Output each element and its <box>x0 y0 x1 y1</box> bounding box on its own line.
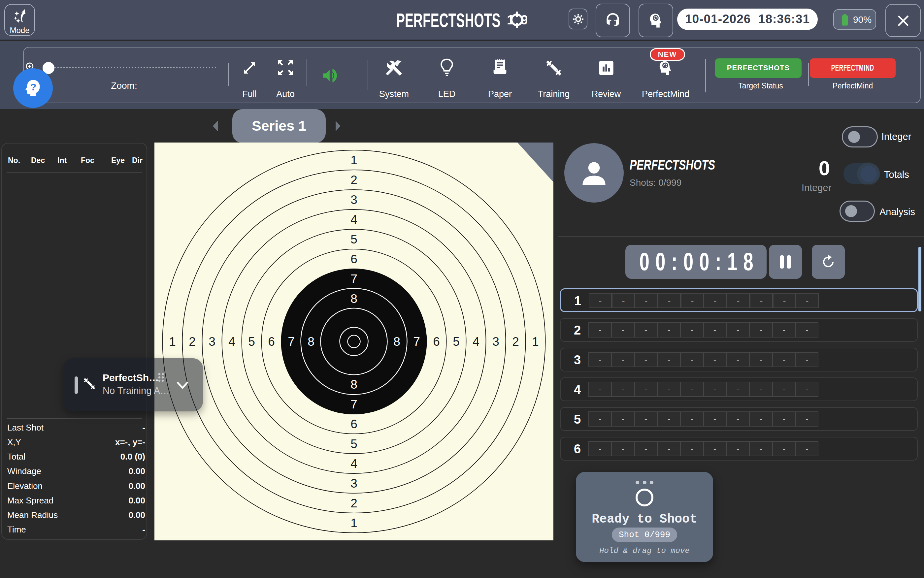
svg-text:4: 4 <box>351 457 357 471</box>
svg-text:7: 7 <box>288 335 295 348</box>
svg-text:3: 3 <box>492 335 499 348</box>
svg-text:9: 9 <box>521 13 527 27</box>
svg-text:1: 1 <box>351 153 357 167</box>
svg-text:6: 6 <box>433 335 440 348</box>
svg-text:5: 5 <box>351 437 357 451</box>
svg-text:2: 2 <box>351 497 357 510</box>
svg-text:3: 3 <box>351 477 357 490</box>
svg-text:4: 4 <box>351 213 357 226</box>
svg-text:3: 3 <box>209 335 216 348</box>
svg-text:8: 8 <box>351 292 357 305</box>
svg-text:8: 8 <box>393 335 400 348</box>
svg-text:6: 6 <box>268 335 275 348</box>
svg-text:4: 4 <box>228 335 235 348</box>
svg-text:4: 4 <box>473 335 479 348</box>
svg-text:2: 2 <box>512 335 519 348</box>
svg-text:8: 8 <box>351 378 357 391</box>
svg-text:5: 5 <box>351 232 357 246</box>
svg-text:7: 7 <box>351 398 357 411</box>
svg-text:5: 5 <box>248 335 255 348</box>
svg-text:3: 3 <box>351 193 357 206</box>
svg-text:6: 6 <box>351 252 357 266</box>
svg-text:7: 7 <box>351 272 357 286</box>
svg-text:6: 6 <box>351 417 357 431</box>
svg-text:1: 1 <box>351 516 357 530</box>
svg-text:5: 5 <box>453 335 460 348</box>
svg-text:1: 1 <box>169 335 176 348</box>
svg-text:?: ? <box>30 81 36 93</box>
svg-text:8: 8 <box>308 335 315 348</box>
svg-text:2: 2 <box>189 335 196 348</box>
svg-text:2: 2 <box>351 173 357 187</box>
svg-text:1: 1 <box>508 13 514 27</box>
svg-text:7: 7 <box>413 335 420 348</box>
svg-text:1: 1 <box>532 335 539 348</box>
